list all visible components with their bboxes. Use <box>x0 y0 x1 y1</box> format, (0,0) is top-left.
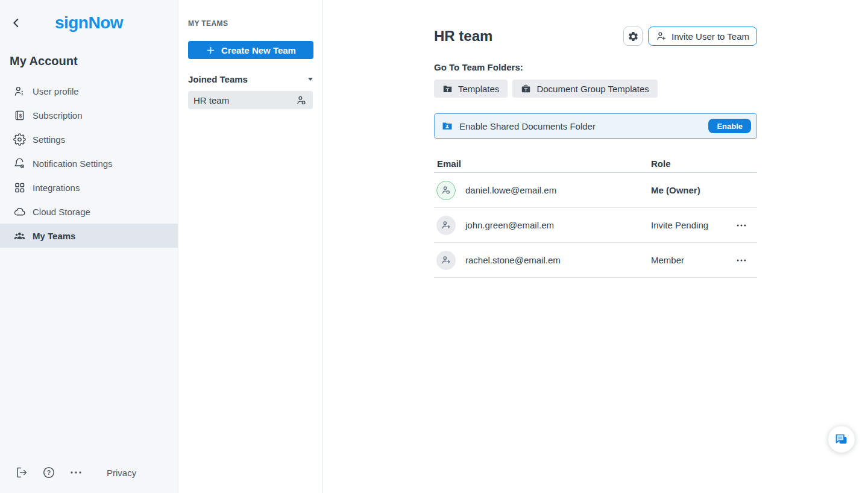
shared-documents-banner: Enable Shared Documents Folder Enable <box>434 113 757 139</box>
row-menu-button[interactable] <box>735 217 752 234</box>
team-settings-button[interactable] <box>623 27 643 46</box>
templates-folder-button[interactable]: Templates <box>434 80 508 98</box>
notification-settings-icon <box>13 157 26 170</box>
settings-icon <box>13 133 26 146</box>
teams-panel: MY TEAMS Create New Team Joined Teams HR… <box>178 0 323 493</box>
sidebar-item-cloud-storage[interactable]: Cloud Storage <box>0 199 178 224</box>
more-icon <box>69 465 83 480</box>
create-new-team-label: Create New Team <box>221 45 296 55</box>
signnow-logo: signNow <box>0 13 178 33</box>
member-role: Invite Pending <box>651 220 735 230</box>
table-row-member: rachel.stone@email.em Member <box>434 243 757 278</box>
sidebar-item-label: User profile <box>33 86 79 96</box>
sidebar-item-label: Cloud Storage <box>33 207 90 217</box>
chat-icon <box>834 432 849 447</box>
team-folders-label: Go To Team Folders: <box>434 62 757 72</box>
my-teams-icon <box>13 230 26 242</box>
live-chat-button[interactable] <box>828 426 855 453</box>
member-role: Member <box>651 255 735 265</box>
team-detail-main: HR team Invite User to Team <box>323 0 868 493</box>
ellipsis-icon <box>735 254 752 266</box>
gear-icon <box>627 31 639 42</box>
logout-icon <box>14 465 29 480</box>
joined-teams-toggle[interactable]: Joined Teams <box>188 74 313 84</box>
help-icon: ? <box>42 465 56 480</box>
sidebar-header: signNow <box>0 0 178 46</box>
ellipsis-icon <box>735 219 752 231</box>
cloud-storage-icon <box>13 206 26 218</box>
joined-teams-label: Joined Teams <box>188 74 248 84</box>
sidebar-item-label: Notification Settings <box>33 159 113 169</box>
avatar-invited <box>436 216 456 235</box>
shared-documents-banner-text: Enable Shared Documents Folder <box>459 121 708 131</box>
integrations-icon <box>13 181 26 194</box>
member-email: daniel.lowe@email.em <box>465 185 556 195</box>
sidebar-item-my-teams[interactable]: My Teams <box>0 224 178 248</box>
sidebar-footer: ? Privacy <box>14 465 136 480</box>
document-group-templates-button[interactable]: Document Group Templates <box>512 80 657 98</box>
invite-user-to-team-button[interactable]: Invite User to Team <box>648 27 757 46</box>
document-group-templates-icon <box>521 84 531 94</box>
templates-folder-icon <box>442 84 453 94</box>
teams-panel-header: MY TEAMS <box>188 19 313 28</box>
sidebar-item-label: Subscription <box>33 110 83 121</box>
account-sidebar: signNow My Account User profile $ Subscr… <box>0 0 178 493</box>
invite-user-label: Invite User to Team <box>671 31 749 42</box>
page-title-my-account: My Account <box>0 46 178 79</box>
logout-button[interactable] <box>14 465 29 480</box>
enable-shared-folder-button[interactable]: Enable <box>708 119 751 133</box>
subscription-icon: $ <box>13 109 26 122</box>
create-new-team-button[interactable]: Create New Team <box>188 41 313 59</box>
user-profile-icon <box>13 85 26 98</box>
sidebar-item-notification-settings[interactable]: Notification Settings <box>0 151 178 175</box>
member-email: john.green@email.em <box>465 220 554 230</box>
sidebar-item-subscription[interactable]: $ Subscription <box>0 103 178 127</box>
team-title: HR team <box>434 28 492 45</box>
sidebar-item-user-profile[interactable]: User profile <box>0 79 178 103</box>
sidebar-item-label: My Teams <box>33 231 75 241</box>
member-role: Me (Owner) <box>651 185 735 195</box>
avatar-owner <box>436 181 456 200</box>
member-email: rachel.stone@email.em <box>465 255 561 265</box>
person-arrow-icon <box>441 255 451 265</box>
sidebar-item-label: Integrations <box>33 183 80 193</box>
team-name: HR team <box>193 95 229 105</box>
svg-text:?: ? <box>47 469 51 476</box>
svg-text:$: $ <box>19 112 22 118</box>
table-header-row: Email Role <box>434 155 757 173</box>
privacy-link[interactable]: Privacy <box>107 468 136 478</box>
email-column-header: Email <box>434 159 651 169</box>
help-button[interactable]: ? <box>42 465 56 480</box>
person-plus-icon <box>656 31 667 42</box>
avatar-invited <box>436 251 456 270</box>
team-admin-icon <box>296 95 307 106</box>
shared-folder-icon <box>442 121 453 131</box>
account-nav: User profile $ Subscription Settings <box>0 79 178 248</box>
document-group-templates-label: Document Group Templates <box>536 84 649 94</box>
table-row-owner: daniel.lowe@email.em Me (Owner) <box>434 173 757 208</box>
person-admin-icon <box>441 185 451 195</box>
team-list-item-hr-team[interactable]: HR team <box>188 91 313 109</box>
sidebar-item-settings[interactable]: Settings <box>0 127 178 151</box>
collapse-arrow-icon <box>308 78 313 81</box>
role-column-header: Role <box>651 159 757 169</box>
table-row-invited: john.green@email.em Invite Pending <box>434 208 757 243</box>
sidebar-item-integrations[interactable]: Integrations <box>0 175 178 199</box>
templates-label: Templates <box>458 84 499 94</box>
person-arrow-icon <box>441 220 451 230</box>
team-members-table: Email Role daniel.lowe@email.em Me (Owne… <box>434 155 757 278</box>
more-button[interactable] <box>69 465 83 480</box>
sidebar-item-label: Settings <box>33 134 65 145</box>
row-menu-button[interactable] <box>735 252 752 269</box>
plus-icon <box>206 45 216 55</box>
